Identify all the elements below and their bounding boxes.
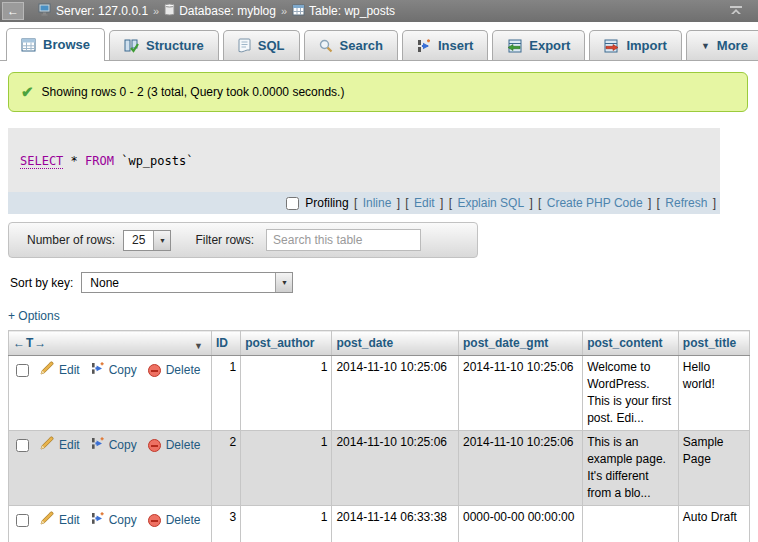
cell-post-author: 1 — [241, 356, 332, 431]
delete-link[interactable]: Delete — [166, 437, 201, 454]
column-header-post-title[interactable]: post_title — [678, 331, 749, 356]
sql-query-text: SELECT * FROM `wp_posts` — [8, 128, 720, 192]
tab-import[interactable]: Import — [589, 30, 681, 60]
bracket: [ — [445, 196, 455, 210]
number-of-rows-select[interactable]: 25 ▼ — [123, 230, 171, 251]
bracket: [ — [402, 196, 412, 210]
breadcrumb-separator: » — [153, 5, 159, 17]
search-icon — [319, 39, 333, 53]
bracket: [ — [535, 196, 545, 210]
sql-star: * — [63, 154, 85, 168]
breadcrumb-database[interactable]: Database: myblog — [164, 3, 276, 19]
sql-keyword-from: FROM — [85, 154, 114, 168]
filter-rows-input[interactable] — [266, 229, 421, 251]
copy-icon — [91, 512, 104, 530]
sort-by-key-select[interactable]: None ▼ — [81, 272, 293, 293]
column-header-post-content[interactable]: post_content — [583, 331, 679, 356]
sort-by-key-label: Sort by key: — [10, 276, 73, 290]
column-header-post-date-gmt[interactable]: post_date_gmt — [458, 331, 582, 356]
breadcrumb-database-label: Database: myblog — [179, 4, 276, 18]
bracket: [ — [351, 196, 361, 210]
edit-link[interactable]: Edit — [59, 512, 80, 529]
number-of-rows-value: 25 — [124, 233, 153, 247]
sort-by-key-row: Sort by key: None ▼ — [8, 272, 750, 293]
delete-link[interactable]: Delete — [166, 362, 201, 379]
cell-post-date: 2014-11-10 10:25:06 — [332, 356, 459, 431]
sql-icon — [238, 38, 251, 53]
column-header-id[interactable]: ID — [211, 331, 240, 356]
edit-link[interactable]: Edit — [59, 437, 80, 454]
more-dropdown-icon: ▼ — [701, 41, 710, 51]
cell-post-content: This is an example page. It's different … — [583, 431, 679, 506]
edit-link[interactable]: Edit — [414, 196, 435, 210]
cell-id: 3 — [211, 506, 240, 542]
tab-browse-label: Browse — [43, 37, 90, 52]
cell-post-date-gmt: 2014-11-10 10:25:06 — [458, 356, 582, 431]
copy-link[interactable]: Copy — [109, 437, 137, 454]
tab-insert[interactable]: Insert — [402, 30, 488, 60]
row-checkbox[interactable] — [16, 514, 29, 527]
copy-icon — [91, 362, 104, 380]
profiling-label: Profiling — [305, 196, 348, 210]
sort-dropdown-icon[interactable]: ▼ — [194, 338, 203, 355]
export-icon — [507, 39, 522, 53]
tab-more[interactable]: ▼ More — [686, 30, 758, 60]
server-icon — [38, 3, 52, 19]
delete-link[interactable]: Delete — [166, 512, 201, 529]
edit-pencil-icon — [40, 511, 54, 530]
tab-bar: Browse Structure SQL Search Insert Expor… — [0, 22, 758, 61]
create-php-code-link[interactable]: Create PHP Code — [547, 196, 643, 210]
profiling-checkbox[interactable] — [286, 197, 299, 210]
cell-id: 2 — [211, 431, 240, 506]
column-order-arrows[interactable]: ←T→ — [13, 336, 47, 350]
options-toggle-link[interactable]: + Options — [8, 309, 60, 323]
column-header-post-author[interactable]: post_author — [241, 331, 332, 356]
cell-post-date: 2014-11-10 10:25:06 — [332, 431, 459, 506]
tab-sql-label: SQL — [258, 38, 285, 53]
row-checkbox[interactable] — [16, 439, 29, 452]
breadcrumb-table[interactable]: Table: wp_posts — [292, 4, 395, 19]
cell-post-author: 1 — [241, 431, 332, 506]
cell-post-author: 1 — [241, 506, 332, 542]
delete-icon — [148, 364, 161, 377]
column-header-post-date[interactable]: post_date — [332, 331, 459, 356]
cell-post-title: Auto Draft — [678, 506, 749, 542]
cell-post-content: Welcome to WordPress. This is your first… — [583, 356, 679, 431]
browse-icon — [21, 38, 36, 52]
breadcrumb-server[interactable]: Server: 127.0.0.1 — [38, 3, 148, 19]
refresh-link[interactable]: Refresh — [665, 196, 707, 210]
select-dropdown-icon: ▼ — [275, 273, 292, 292]
results-header-row: ←T→ ▼ ID post_author post_date post_date… — [9, 331, 750, 356]
tab-export-label: Export — [529, 38, 570, 53]
row-actions: Edit Copy Delete — [13, 359, 207, 380]
tab-structure-label: Structure — [146, 38, 204, 53]
table-row: Edit Copy Delete 1 1 2014-11-10 10:25:06… — [9, 356, 750, 431]
sql-identifier: `wp_posts` — [114, 154, 193, 168]
delete-icon — [148, 514, 161, 527]
copy-link[interactable]: Copy — [109, 512, 137, 529]
bracket: ] — [709, 196, 716, 210]
tab-sql[interactable]: SQL — [223, 30, 300, 60]
tab-search[interactable]: Search — [304, 30, 398, 60]
inline-link[interactable]: Inline — [363, 196, 392, 210]
top-navigation-bar: ← Server: 127.0.0.1 » Database: myblog »… — [0, 0, 758, 22]
sql-keyword-select: SELECT — [20, 154, 63, 169]
bracket: [ — [653, 196, 663, 210]
tab-search-label: Search — [340, 38, 383, 53]
query-status-text: Showing rows 0 - 2 (3 total, Query took … — [42, 85, 345, 99]
query-status-message: ✔ Showing rows 0 - 2 (3 total, Query too… — [8, 72, 748, 112]
tab-export[interactable]: Export — [492, 30, 585, 60]
table-row: Edit Copy Delete 3 1 2014-11-14 06:33:38… — [9, 506, 750, 542]
back-button[interactable]: ← — [2, 2, 24, 20]
row-checkbox[interactable] — [16, 364, 29, 377]
column-order-header: ←T→ ▼ — [9, 331, 212, 356]
tab-structure[interactable]: Structure — [109, 30, 219, 60]
row-actions: Edit Copy Delete — [13, 509, 207, 530]
explain-sql-link[interactable]: Explain SQL — [457, 196, 524, 210]
copy-link[interactable]: Copy — [109, 362, 137, 379]
edit-link[interactable]: Edit — [59, 362, 80, 379]
cell-post-content — [583, 506, 679, 542]
filter-rows-label: Filter rows: — [195, 233, 254, 247]
tab-browse[interactable]: Browse — [6, 28, 105, 60]
collapse-icon[interactable] — [728, 3, 744, 20]
